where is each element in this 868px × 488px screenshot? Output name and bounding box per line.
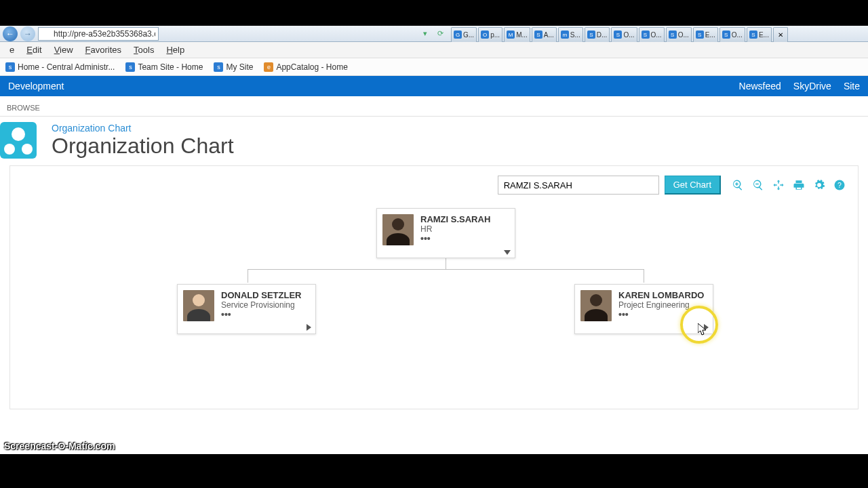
node-dept: Service Provisioning (221, 300, 310, 310)
page-title-area: Organization Chart Organization Chart (0, 117, 868, 165)
browser-tab[interactable]: SO... (639, 27, 665, 42)
help-icon[interactable]: ? (833, 179, 846, 191)
browser-tab[interactable]: MM... (504, 27, 530, 42)
more-icon[interactable]: ••• (420, 237, 509, 241)
dropdown-icon[interactable]: ▾ (420, 28, 431, 39)
org-node-left[interactable]: DONALD SETZLER Service Provisioning ••• (177, 284, 316, 334)
expand-down-icon[interactable] (504, 250, 511, 255)
zoom-out-icon[interactable] (752, 179, 764, 191)
browser-tab[interactable]: SE... (747, 27, 772, 42)
favorite-link[interactable]: sHome - Central Administr... (5, 62, 115, 72)
org-node-root[interactable]: RAMZI S.SARAH HR ••• (376, 208, 515, 258)
connector (644, 269, 644, 283)
url-actions: ▾ ⟳ (420, 28, 446, 39)
avatar (580, 290, 612, 321)
suite-link[interactable]: SkyDrive (793, 81, 831, 92)
more-icon[interactable]: ••• (221, 312, 310, 317)
node-name: RAMZI S.SARAH (420, 214, 509, 224)
browser-tab[interactable]: SO... (611, 27, 637, 42)
letterbox-bottom (0, 454, 868, 488)
browser-tab[interactable]: SD... (585, 27, 610, 42)
connector (248, 269, 644, 270)
avatar (183, 290, 214, 321)
url-input[interactable] (38, 27, 159, 41)
svg-text:?: ? (837, 181, 842, 189)
org-chart-container: Get Chart ? RAMZI S.SARAH HR ••• (9, 165, 859, 409)
fit-icon[interactable] (772, 179, 785, 191)
page-title: Organization Chart (52, 134, 234, 159)
favorite-link[interactable]: eAppCatalog - Home (264, 62, 347, 72)
menu-bar: eEditViewFavoritesToolsHelp (0, 42, 868, 58)
menu-item[interactable]: Favorites (80, 43, 127, 56)
search-input[interactable] (498, 176, 659, 195)
browser-tab[interactable]: SO... (719, 27, 745, 42)
app-icon (0, 122, 37, 159)
chart-toolbar: Get Chart ? (22, 176, 846, 195)
node-dept: HR (420, 224, 509, 234)
tool-icons: ? (732, 179, 846, 191)
print-icon[interactable] (793, 179, 805, 191)
menu-item[interactable]: e (4, 43, 20, 56)
browser-tab[interactable]: Op... (478, 27, 502, 42)
browser-tab[interactable]: SE... (693, 27, 718, 42)
browser-tab[interactable]: ✕ (773, 27, 788, 42)
suite-site-title[interactable]: Development (8, 81, 64, 92)
tab-strip: GG...Op...MM...SA...mS...SD...SO...SO...… (448, 26, 865, 42)
refresh-icon[interactable]: ⟳ (435, 28, 446, 39)
browser-tab[interactable]: GG... (451, 27, 477, 42)
menu-item[interactable]: Edit (21, 43, 47, 56)
forward-button[interactable]: → (20, 26, 35, 41)
ribbon-tab-browse[interactable]: BROWSE (0, 100, 47, 116)
connector (248, 269, 248, 283)
node-name: DONALD SETZLER (221, 290, 310, 300)
menu-item[interactable]: Tools (128, 43, 159, 56)
breadcrumb[interactable]: Organization Chart (52, 123, 234, 134)
menu-item[interactable]: View (49, 43, 79, 56)
browser-tab[interactable]: SO... (666, 27, 692, 42)
suite-link[interactable]: Newsfeed (739, 81, 781, 92)
favorite-link[interactable]: sMy Site (214, 62, 253, 72)
expand-right-icon[interactable] (307, 324, 311, 331)
menu-item[interactable]: Help (161, 43, 190, 56)
get-chart-button[interactable]: Get Chart (665, 176, 721, 195)
watermark: Screencast-O-Matic.com (4, 441, 115, 451)
zoom-in-icon[interactable] (732, 179, 744, 191)
avatar (382, 214, 414, 245)
browser-tab[interactable]: SA... (532, 27, 557, 42)
favorite-link[interactable]: sTeam Site - Home (125, 62, 203, 72)
suite-bar: Development NewsfeedSkyDriveSite (0, 76, 868, 96)
favorites-bar: sHome - Central Administr...sTeam Site -… (0, 58, 868, 76)
browser-address-bar: ← → s ▾ ⟳ GG...Op...MM...SA...mS...SD...… (0, 26, 868, 42)
gear-icon[interactable] (813, 179, 825, 191)
url-field-wrap: s (38, 27, 418, 41)
browser-tab[interactable]: mS... (558, 27, 583, 42)
ribbon: BROWSE (0, 96, 868, 117)
suite-link[interactable]: Site (844, 81, 860, 92)
node-name: KAREN LOMBARDO (618, 290, 707, 300)
back-button[interactable]: ← (3, 26, 18, 41)
letterbox-top (0, 0, 868, 26)
